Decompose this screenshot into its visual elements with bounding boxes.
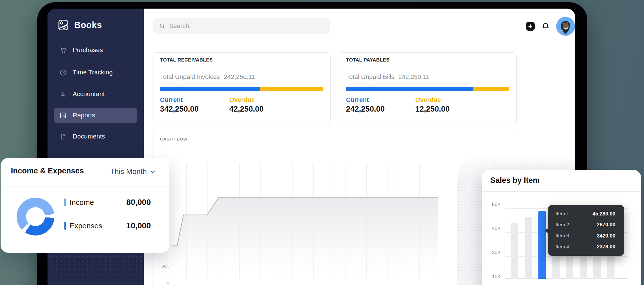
expenses-value: 10,000	[126, 221, 151, 230]
chevron-down-icon	[149, 168, 156, 175]
sidebar-item-label: Purchases	[73, 46, 103, 54]
current-segment	[160, 87, 260, 91]
payables-progress-bar	[346, 87, 509, 91]
sidebar-item-time-tracking[interactable]: Time Tracking	[54, 65, 137, 80]
expenses-label: Expenses	[70, 221, 102, 230]
brand: Books	[57, 18, 102, 32]
total-receivables-card: TOTAL RECEIVABLES Total Unpaid Invoices …	[153, 52, 331, 124]
topbar-divider	[153, 42, 575, 42]
unpaid-label: Total Unpaid Invoices	[160, 73, 220, 81]
sales-bar[interactable]	[552, 257, 560, 279]
sales-bar-selected[interactable]	[538, 211, 546, 279]
search-box[interactable]	[153, 18, 330, 34]
sales-by-item-card: Sales by Item 50K 40K 30K 10K Item 1 45,…	[482, 170, 641, 285]
tooltip-item-label: Item 3	[556, 233, 569, 239]
overdue-value: 42,250.00	[229, 105, 264, 114]
sidebar-item-purchases[interactable]: Purchases	[54, 42, 137, 58]
current-segment	[346, 87, 473, 91]
card-title: CASH FLOW	[160, 136, 187, 141]
tooltip-item-label: Item 2	[556, 222, 569, 228]
sidebar-item-reports[interactable]: Reports	[54, 108, 137, 123]
divider	[153, 67, 330, 67]
add-new-button[interactable]	[526, 22, 535, 31]
sidebar-item-accountant[interactable]: Accountant	[54, 86, 137, 102]
search-input[interactable]	[169, 22, 318, 30]
overdue-label: Overdue	[229, 96, 255, 104]
period-dropdown[interactable]: This Month	[110, 167, 156, 176]
tooltip-item-value: 2378.00	[597, 244, 615, 250]
unpaid-summary: Total Unpaid Bills 242,250.11	[346, 73, 429, 81]
period-label: This Month	[110, 167, 147, 176]
card-title: TOTAL PAYABLES	[346, 57, 390, 63]
brand-label: Books	[74, 20, 102, 30]
books-logo-icon	[57, 18, 70, 32]
sidebar-item-documents[interactable]: Documents	[54, 129, 137, 144]
income-expenses-card: Income & Expenses This Month Income 80,0…	[1, 158, 169, 253]
tooltip-item-value: 2670.00	[597, 222, 615, 228]
overdue-segment	[473, 87, 509, 91]
cart-icon	[60, 47, 67, 54]
income-expenses-donut-chart	[17, 198, 54, 235]
sales-bar[interactable]	[607, 257, 615, 279]
tooltip-item-label: Item 4	[556, 244, 569, 250]
expenses-tick	[64, 222, 66, 230]
total-payables-card: TOTAL PAYABLES Total Unpaid Bills 242,25…	[339, 52, 517, 124]
current-label: Current	[160, 96, 183, 104]
unpaid-value: 242,250.11	[398, 73, 429, 81]
sales-bar[interactable]	[580, 257, 587, 279]
overdue-segment	[260, 87, 323, 91]
bar-chart-icon	[60, 112, 67, 119]
sidebar-item-label: Time Tracking	[73, 69, 113, 76]
unpaid-summary: Total Unpaid Invoices 242,250.11	[160, 73, 255, 81]
sidebar-item-label: Reports	[73, 112, 95, 119]
income-tick	[64, 198, 66, 206]
current-value: 342,250.00	[160, 105, 199, 114]
sidebar-dot-texture	[48, 253, 144, 285]
overdue-value: 12,250.00	[415, 105, 450, 114]
plus-icon	[528, 24, 533, 29]
tooltip-item-label: Item 1	[556, 211, 569, 217]
overdue-label: Overdue	[415, 96, 441, 104]
divider	[339, 67, 516, 67]
notifications-button[interactable]	[541, 21, 550, 31]
tooltip-item-value: 3420.00	[597, 233, 615, 239]
current-value: 242,250.00	[346, 105, 385, 114]
sidebar-item-label: Documents	[73, 133, 105, 140]
legend-row-expenses: Expenses 10,000	[64, 221, 151, 231]
clock-icon	[60, 69, 67, 76]
legend-row-income: Income 80,000	[64, 197, 151, 207]
sales-bar[interactable]	[566, 257, 573, 279]
sales-bar[interactable]	[525, 217, 532, 279]
card-title: TOTAL RECEIVABLES	[160, 57, 213, 63]
card-title: Income & Expenses	[11, 167, 84, 175]
income-value: 80,000	[126, 198, 151, 207]
income-label: Income	[70, 198, 94, 207]
y-axis-label-50k: 50K	[153, 264, 169, 268]
accountant-icon	[60, 91, 67, 98]
tooltip-row: Item 2 2670.00	[556, 222, 615, 228]
current-label: Current	[346, 96, 369, 104]
unpaid-value: 242,250.11	[224, 73, 255, 81]
tooltip-row: Item 1 45,280.00	[556, 211, 615, 217]
document-icon	[60, 133, 67, 140]
receivables-progress-bar	[160, 87, 323, 91]
tooltip-item-value: 45,280.00	[592, 211, 615, 217]
sales-bar[interactable]	[511, 223, 518, 279]
y-axis-label-0: 0	[153, 280, 169, 285]
bell-icon	[541, 22, 550, 31]
tooltip-row: Item 3 3420.00	[556, 233, 615, 239]
sales-bar[interactable]	[593, 257, 601, 279]
avatar[interactable]	[556, 17, 575, 36]
unpaid-label: Total Unpaid Bills	[346, 73, 394, 81]
divider	[153, 146, 518, 146]
tooltip-row: Item 4 2378.00	[556, 244, 615, 250]
sales-tooltip: Item 1 45,280.00 Item 2 2670.00 Item 3 3…	[548, 205, 624, 256]
legend: Income 80,000 Expenses 10,000	[64, 197, 151, 244]
cash-flow-area-chart	[165, 163, 438, 279]
search-icon	[159, 23, 165, 29]
divider	[1, 187, 169, 187]
sidebar-item-label: Accountant	[73, 90, 105, 98]
